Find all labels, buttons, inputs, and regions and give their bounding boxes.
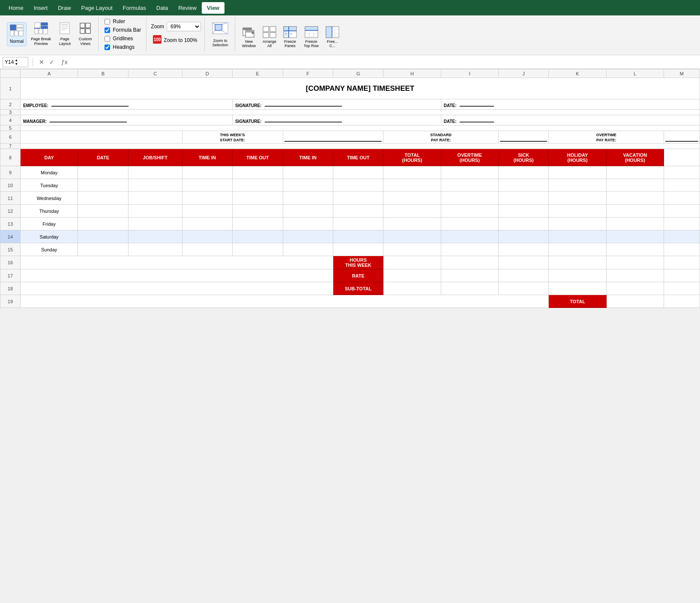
subtotal-total-value[interactable] — [383, 282, 441, 295]
freeze-top-row-button[interactable]: FreezeTop Row — [301, 24, 321, 50]
rate-overtime-value[interactable] — [441, 269, 498, 282]
thursday-timein2[interactable] — [283, 205, 333, 218]
saturday-timein2[interactable] — [283, 230, 333, 243]
page-break-preview-button[interactable]: Page BreakPreview — [28, 21, 54, 48]
hours-vacation-value[interactable] — [606, 256, 664, 269]
hours-sick-value[interactable] — [498, 256, 548, 269]
saturday-vacation[interactable] — [606, 230, 664, 243]
col-header-k[interactable]: K — [549, 69, 606, 78]
friday-sick[interactable] — [498, 218, 548, 230]
normal-view-button[interactable]: Normal — [7, 22, 27, 46]
thursday-sick[interactable] — [498, 205, 548, 218]
hours-holiday-value[interactable] — [549, 256, 606, 269]
wednesday-date[interactable] — [78, 192, 128, 205]
zoom-select[interactable]: 69% 75% 100% 125% 150% — [167, 22, 201, 31]
wednesday-timeout1[interactable] — [233, 192, 283, 205]
ruler-checkbox[interactable] — [105, 19, 110, 24]
monday-sick[interactable] — [498, 166, 548, 179]
saturday-overtime[interactable] — [441, 230, 498, 243]
col-header-j[interactable]: J — [498, 69, 548, 78]
tuesday-jobshift[interactable] — [128, 179, 182, 192]
overtime-pay-value[interactable] — [664, 131, 700, 143]
subtotal-overtime-value[interactable] — [441, 282, 498, 295]
col-header-b[interactable]: B — [78, 69, 128, 78]
function-icon[interactable]: ƒx — [58, 59, 71, 66]
col-header-f[interactable]: F — [283, 69, 333, 78]
monday-timein1[interactable] — [182, 166, 232, 179]
sheet-scroll-area[interactable]: A B C D E F G H I J K L M 1 — [0, 69, 700, 599]
monday-holiday[interactable] — [549, 166, 606, 179]
monday-vacation[interactable] — [606, 166, 664, 179]
friday-timeout2[interactable] — [333, 218, 383, 230]
custom-views-button[interactable]: CustomViews — [76, 21, 95, 48]
wednesday-overtime[interactable] — [441, 192, 498, 205]
tuesday-timein1[interactable] — [182, 179, 232, 192]
tuesday-date[interactable] — [78, 179, 128, 192]
menu-insert[interactable]: Insert — [29, 2, 53, 14]
signature1-cell[interactable]: SIGNATURE: — [233, 99, 441, 110]
formula-bar-checkbox[interactable] — [105, 27, 110, 33]
monday-cell[interactable]: Monday — [20, 166, 78, 179]
tuesday-total[interactable] — [383, 179, 441, 192]
page-layout-button[interactable]: PageLayout — [55, 21, 74, 48]
monday-overtime[interactable] — [441, 166, 498, 179]
wednesday-jobshift[interactable] — [128, 192, 182, 205]
sunday-jobshift[interactable] — [128, 243, 182, 256]
friday-timeout1[interactable] — [233, 218, 283, 230]
thursday-jobshift[interactable] — [128, 205, 182, 218]
signature2-cell[interactable]: SIGNATURE: — [233, 115, 441, 125]
wednesday-timein2[interactable] — [283, 192, 333, 205]
rate-total-value[interactable] — [383, 269, 441, 282]
sunday-vacation[interactable] — [606, 243, 664, 256]
menu-formulas[interactable]: Formulas — [118, 2, 151, 14]
thursday-timein1[interactable] — [182, 205, 232, 218]
wednesday-total[interactable] — [383, 192, 441, 205]
friday-jobshift[interactable] — [128, 218, 182, 230]
formula-bar-checkbox-row[interactable]: Formula Bar — [105, 27, 141, 33]
zoom-to-selection-button[interactable]: Zoom toSelection — [209, 20, 231, 49]
sunday-timeout2[interactable] — [333, 243, 383, 256]
thursday-timeout1[interactable] — [233, 205, 283, 218]
rate-vacation-value[interactable] — [606, 269, 664, 282]
zoom-100-button[interactable]: 100 Zoom to 100% — [151, 34, 201, 47]
friday-timein1[interactable] — [182, 218, 232, 230]
tuesday-holiday[interactable] — [549, 179, 606, 192]
wednesday-sick[interactable] — [498, 192, 548, 205]
ruler-checkbox-row[interactable]: Ruler — [105, 18, 141, 24]
sunday-timein2[interactable] — [283, 243, 333, 256]
date2-cell[interactable]: DATE: — [441, 115, 700, 125]
confirm-icon[interactable]: ✓ — [48, 59, 56, 66]
tuesday-timein2[interactable] — [283, 179, 333, 192]
sunday-holiday[interactable] — [549, 243, 606, 256]
title-cell[interactable]: [COMPANY NAME] TIMESHEET — [20, 78, 700, 99]
sunday-date[interactable] — [78, 243, 128, 256]
saturday-timeout1[interactable] — [233, 230, 283, 243]
col-header-i[interactable]: I — [441, 69, 498, 78]
col-header-m[interactable]: M — [664, 69, 700, 78]
saturday-total[interactable] — [383, 230, 441, 243]
saturday-jobshift[interactable] — [128, 230, 182, 243]
friday-overtime[interactable] — [441, 218, 498, 230]
thursday-cell[interactable]: Thursday — [20, 205, 78, 218]
tuesday-cell[interactable]: Tuesday — [20, 179, 78, 192]
monday-date[interactable] — [78, 166, 128, 179]
col-header-d[interactable]: D — [182, 69, 232, 78]
col-header-h[interactable]: H — [383, 69, 441, 78]
cancel-icon[interactable]: ✕ — [37, 59, 46, 66]
tuesday-overtime[interactable] — [441, 179, 498, 192]
freeze-panes-button[interactable]: * * FreezePanes — [281, 24, 299, 50]
wednesday-timeout2[interactable] — [333, 192, 383, 205]
saturday-timein1[interactable] — [182, 230, 232, 243]
gridlines-checkbox[interactable] — [105, 36, 110, 42]
menu-home[interactable]: Home — [3, 2, 29, 14]
sunday-sick[interactable] — [498, 243, 548, 256]
thursday-date[interactable] — [78, 205, 128, 218]
sunday-overtime[interactable] — [441, 243, 498, 256]
tuesday-vacation[interactable] — [606, 179, 664, 192]
wednesday-cell[interactable]: Wednesday — [20, 192, 78, 205]
formula-input[interactable] — [73, 58, 697, 66]
thursday-timeout2[interactable] — [333, 205, 383, 218]
saturday-date[interactable] — [78, 230, 128, 243]
tuesday-timeout2[interactable] — [333, 179, 383, 192]
rate-holiday-value[interactable] — [549, 269, 606, 282]
